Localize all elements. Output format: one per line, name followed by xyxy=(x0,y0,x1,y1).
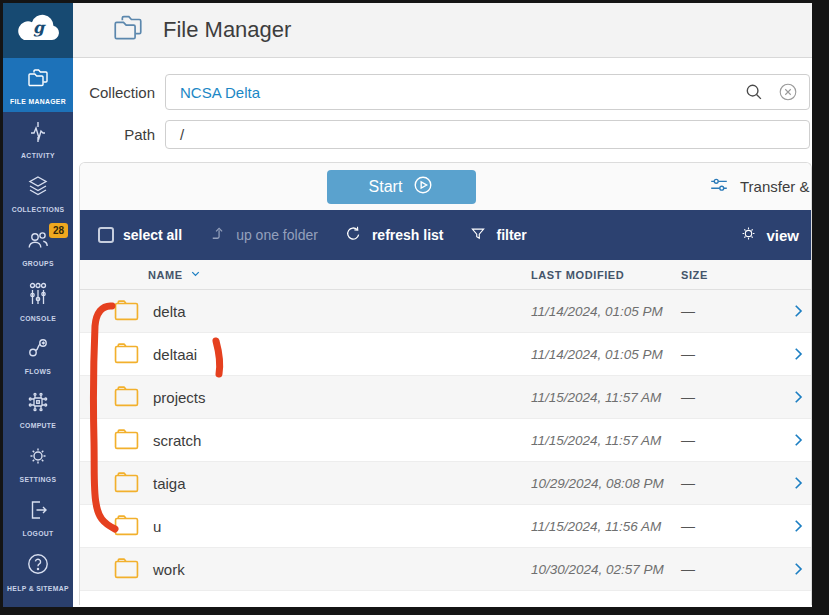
collection-value[interactable]: NCSA Delta xyxy=(166,84,260,101)
sidebar-item-groups[interactable]: 28 GROUPS xyxy=(3,220,73,274)
table-row[interactable]: projects 11/15/2024, 11:57 AM — xyxy=(80,376,811,419)
file-name: work xyxy=(153,561,185,578)
file-name: taiga xyxy=(153,475,186,492)
last-modified: 11/15/2024, 11:57 AM xyxy=(531,390,681,405)
collection-row: Collection NCSA Delta xyxy=(73,74,812,110)
name-header-label: NAME xyxy=(148,269,183,281)
path-input[interactable]: / xyxy=(165,120,810,149)
sidebar-item-console[interactable]: CONSOLE xyxy=(3,274,73,328)
path-row: Path / xyxy=(73,120,812,149)
filter-button[interactable]: filter xyxy=(469,225,526,246)
globus-logo[interactable]: g xyxy=(3,3,73,58)
filter-funnel-icon xyxy=(469,225,487,246)
column-header-size[interactable]: SIZE xyxy=(681,269,708,281)
folder-icon xyxy=(113,513,140,540)
globus-app-window: g FILE MANAGER xyxy=(3,3,812,607)
sidebar-item-label: CONSOLE xyxy=(20,315,56,322)
activity-icon xyxy=(26,120,50,148)
last-modified: 11/14/2024, 01:05 PM xyxy=(531,304,681,319)
page-title: File Manager xyxy=(163,17,291,43)
play-circle-icon xyxy=(412,174,434,200)
file-manager-header-icon xyxy=(109,11,147,49)
sidebar-item-label: SETTINGS xyxy=(20,476,57,483)
sidebar-item-label: GROUPS xyxy=(22,260,54,267)
list-toolbar: select all up one folder xyxy=(80,210,811,260)
file-name: deltaai xyxy=(153,346,197,363)
file-size: — xyxy=(681,389,781,405)
file-name: scratch xyxy=(153,432,201,449)
flows-icon xyxy=(25,336,51,364)
select-all-checkbox[interactable] xyxy=(98,227,114,243)
up-one-folder-button[interactable]: up one folder xyxy=(208,224,318,246)
file-size: — xyxy=(681,346,781,362)
folder-icon xyxy=(113,298,140,325)
sidebar-item-label: COMPUTE xyxy=(20,422,56,429)
last-modified: 11/15/2024, 11:57 AM xyxy=(531,433,681,448)
folder-icon xyxy=(113,341,140,368)
view-options-button[interactable]: view xyxy=(739,224,799,246)
open-folder-chevron-icon[interactable] xyxy=(789,474,807,492)
sidebar-item-help-sitemap[interactable]: HELP & SITEMAP xyxy=(3,544,73,598)
last-modified: 11/15/2024, 11:56 AM xyxy=(531,519,681,534)
column-header-name[interactable]: NAME xyxy=(148,267,531,282)
open-folder-chevron-icon[interactable] xyxy=(789,517,807,535)
open-folder-chevron-icon[interactable] xyxy=(789,431,807,449)
up-one-folder-label: up one folder xyxy=(236,227,318,243)
open-folder-chevron-icon[interactable] xyxy=(789,560,807,578)
sort-chevron-down-icon xyxy=(189,267,202,282)
sidebar-item-logout[interactable]: LOGOUT xyxy=(3,490,73,544)
column-header-last-modified[interactable]: LAST MODIFIED xyxy=(531,269,681,281)
search-icon[interactable] xyxy=(743,81,765,103)
last-modified: 10/30/2024, 02:57 PM xyxy=(531,562,681,577)
groups-icon xyxy=(25,228,51,256)
sidebar-item-compute[interactable]: COMPUTE xyxy=(3,382,73,436)
sidebar-item-file-manager[interactable]: FILE MANAGER xyxy=(3,58,73,112)
file-list: delta 11/14/2024, 01:05 PM — deltaai 11/… xyxy=(80,290,811,591)
sidebar-item-flows[interactable]: FLOWS xyxy=(3,328,73,382)
sliders-icon xyxy=(708,174,730,199)
open-folder-chevron-icon[interactable] xyxy=(789,302,807,320)
layers-icon xyxy=(25,174,51,202)
table-row[interactable]: taiga 10/29/2024, 08:08 PM — xyxy=(80,462,811,505)
table-row[interactable]: delta 11/14/2024, 01:05 PM — xyxy=(80,290,811,333)
table-row[interactable]: u 11/15/2024, 11:56 AM — xyxy=(80,505,811,548)
table-header-row: NAME LAST MODIFIED SIZE xyxy=(80,260,811,290)
view-label: view xyxy=(766,227,799,244)
up-one-folder-icon xyxy=(208,224,227,246)
path-label: Path xyxy=(73,126,155,143)
folder-icon xyxy=(113,470,140,497)
select-all-control[interactable]: select all xyxy=(98,227,182,243)
path-value[interactable]: / xyxy=(166,126,184,143)
open-folder-chevron-icon[interactable] xyxy=(789,345,807,363)
compute-icon xyxy=(25,390,51,418)
sidebar-item-label: LOGOUT xyxy=(22,530,53,537)
sidebar-item-label: ACTIVITY xyxy=(21,152,55,159)
sidebar-item-label: FILE MANAGER xyxy=(10,98,66,105)
console-icon xyxy=(26,281,50,311)
open-folder-chevron-icon[interactable] xyxy=(789,388,807,406)
sidebar-item-label: HELP & SITEMAP xyxy=(7,585,69,592)
start-transfer-button[interactable]: Start xyxy=(327,170,476,204)
file-browser-panel: Start xyxy=(79,162,812,605)
last-modified: 10/29/2024, 08:08 PM xyxy=(531,476,681,491)
filter-label: filter xyxy=(496,227,526,243)
refresh-icon xyxy=(344,224,363,246)
sidebar-item-activity[interactable]: ACTIVITY xyxy=(3,112,73,166)
file-name: projects xyxy=(153,389,206,406)
transfer-timer-options-link[interactable]: Transfer & Ti xyxy=(708,163,812,210)
table-row[interactable]: scratch 11/15/2024, 11:57 AM — xyxy=(80,419,811,462)
refresh-list-button[interactable]: refresh list xyxy=(344,224,444,246)
sidebar-item-collections[interactable]: COLLECTIONS xyxy=(3,166,73,220)
folder-icon xyxy=(113,556,140,583)
table-row[interactable]: deltaai 11/14/2024, 01:05 PM — xyxy=(80,333,811,376)
sidebar-item-label: COLLECTIONS xyxy=(12,206,65,213)
file-name: delta xyxy=(153,303,186,320)
refresh-list-label: refresh list xyxy=(372,227,444,243)
sidebar: g FILE MANAGER xyxy=(3,3,73,607)
table-row[interactable]: work 10/30/2024, 02:57 PM — xyxy=(80,548,811,591)
collection-input[interactable]: NCSA Delta xyxy=(165,74,810,110)
sidebar-item-settings[interactable]: SETTINGS xyxy=(3,436,73,490)
start-button-label: Start xyxy=(369,178,403,196)
clear-collection-icon[interactable] xyxy=(777,81,799,103)
view-gear-icon xyxy=(739,224,758,246)
